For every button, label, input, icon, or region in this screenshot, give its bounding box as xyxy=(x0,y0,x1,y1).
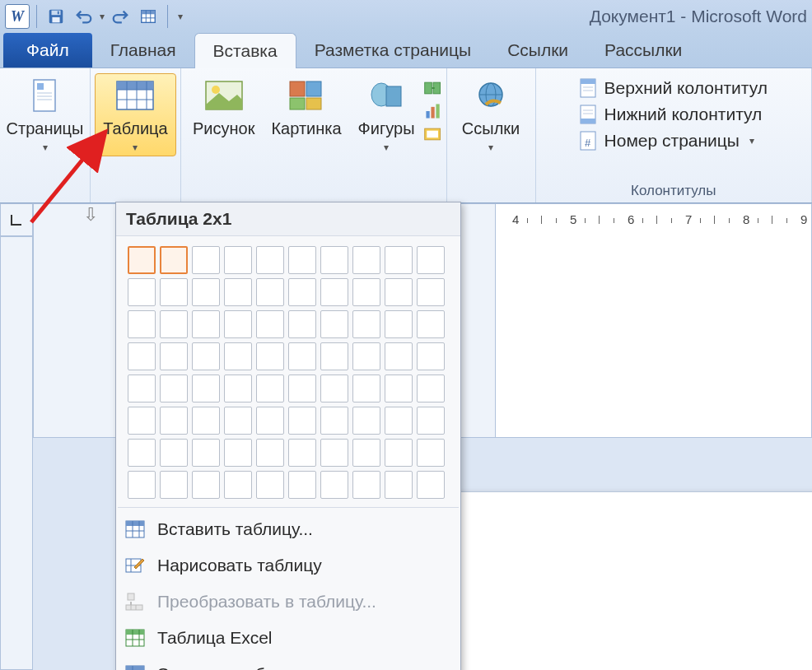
grid-cell[interactable] xyxy=(192,342,220,370)
redo-button[interactable] xyxy=(108,4,133,29)
page-number-button[interactable]: # Номер страницы ▾ xyxy=(578,131,768,151)
grid-cell[interactable] xyxy=(288,375,316,402)
grid-cell[interactable] xyxy=(192,471,220,499)
grid-cell[interactable] xyxy=(224,246,252,274)
grid-cell[interactable] xyxy=(417,375,445,402)
grid-cell[interactable] xyxy=(160,471,188,499)
grid-cell[interactable] xyxy=(288,278,316,306)
grid-cell[interactable] xyxy=(417,407,445,435)
grid-cell[interactable] xyxy=(320,407,348,435)
grid-cell[interactable] xyxy=(128,407,156,435)
undo-dropdown[interactable]: ▾ xyxy=(100,11,105,22)
insert-table-item[interactable]: Вставить таблицу... xyxy=(116,511,460,547)
grid-cell[interactable] xyxy=(192,375,220,402)
grid-cell[interactable] xyxy=(256,407,284,435)
grid-cell[interactable] xyxy=(288,310,316,338)
grid-cell[interactable] xyxy=(128,310,156,338)
grid-cell[interactable] xyxy=(224,375,252,402)
grid-cell[interactable] xyxy=(385,471,413,499)
qat-customize[interactable]: ▾ xyxy=(178,11,183,22)
grid-cell[interactable] xyxy=(192,310,220,338)
grid-cell[interactable] xyxy=(417,310,445,338)
grid-cell[interactable] xyxy=(352,278,380,306)
grid-cell[interactable] xyxy=(160,246,188,274)
grid-cell[interactable] xyxy=(385,342,413,370)
grid-cell[interactable] xyxy=(352,471,380,499)
grid-cell[interactable] xyxy=(385,375,413,402)
grid-cell[interactable] xyxy=(417,439,445,467)
grid-cell[interactable] xyxy=(320,471,348,499)
grid-cell[interactable] xyxy=(320,375,348,402)
grid-cell[interactable] xyxy=(320,439,348,467)
grid-cell[interactable] xyxy=(192,278,220,306)
table-quick-button[interactable] xyxy=(136,4,161,29)
grid-cell[interactable] xyxy=(224,439,252,467)
grid-cell[interactable] xyxy=(128,439,156,467)
grid-cell[interactable] xyxy=(192,246,220,274)
grid-cell[interactable] xyxy=(256,439,284,467)
links-button[interactable]: Ссылки ▾ xyxy=(454,73,528,156)
grid-cell[interactable] xyxy=(320,278,348,306)
grid-cell[interactable] xyxy=(160,278,188,306)
grid-cell[interactable] xyxy=(385,246,413,274)
grid-cell[interactable] xyxy=(352,439,380,467)
shapes-button[interactable]: Фигуры ▾ xyxy=(350,73,423,156)
tab-file[interactable]: Файл xyxy=(3,33,92,67)
header-button[interactable]: Верхний колонтитул xyxy=(578,78,768,98)
grid-cell[interactable] xyxy=(288,439,316,467)
grid-cell[interactable] xyxy=(352,310,380,338)
grid-cell[interactable] xyxy=(160,310,188,338)
grid-cell[interactable] xyxy=(128,278,156,306)
grid-cell[interactable] xyxy=(385,310,413,338)
grid-cell[interactable] xyxy=(320,246,348,274)
grid-cell[interactable] xyxy=(352,375,380,402)
grid-cell[interactable] xyxy=(417,246,445,274)
grid-cell[interactable] xyxy=(224,407,252,435)
grid-cell[interactable] xyxy=(128,471,156,499)
grid-cell[interactable] xyxy=(128,375,156,402)
tab-mailings[interactable]: Рассылки xyxy=(586,33,700,67)
screenshot-button[interactable] xyxy=(423,124,443,144)
grid-cell[interactable] xyxy=(256,375,284,402)
grid-cell[interactable] xyxy=(288,471,316,499)
grid-cell[interactable] xyxy=(224,342,252,370)
grid-cell[interactable] xyxy=(224,471,252,499)
grid-cell[interactable] xyxy=(160,375,188,402)
quick-tables-item[interactable]: Экспресс-таблицы ▶ xyxy=(116,656,460,670)
table-button[interactable]: Таблица ▾ xyxy=(95,73,175,156)
undo-button[interactable] xyxy=(72,4,96,29)
grid-cell[interactable] xyxy=(385,407,413,435)
tab-insert[interactable]: Вставка xyxy=(194,33,296,68)
tab-home[interactable]: Главная xyxy=(92,33,194,67)
grid-cell[interactable] xyxy=(160,407,188,435)
grid-cell[interactable] xyxy=(385,439,413,467)
grid-cell[interactable] xyxy=(288,407,316,435)
grid-cell[interactable] xyxy=(256,278,284,306)
grid-cell[interactable] xyxy=(160,439,188,467)
grid-cell[interactable] xyxy=(352,246,380,274)
save-button[interactable] xyxy=(44,4,68,29)
grid-cell[interactable] xyxy=(417,278,445,306)
grid-cell[interactable] xyxy=(224,310,252,338)
grid-cell[interactable] xyxy=(160,342,188,370)
grid-cell[interactable] xyxy=(192,407,220,435)
chart-button[interactable] xyxy=(423,101,443,121)
vertical-ruler[interactable] xyxy=(0,236,33,670)
excel-table-item[interactable]: Таблица Excel xyxy=(116,620,460,656)
grid-cell[interactable] xyxy=(417,471,445,499)
grid-cell[interactable] xyxy=(385,278,413,306)
app-icon[interactable]: W xyxy=(5,4,30,29)
grid-cell[interactable] xyxy=(320,342,348,370)
grid-cell[interactable] xyxy=(224,278,252,306)
grid-cell[interactable] xyxy=(320,310,348,338)
grid-cell[interactable] xyxy=(128,342,156,370)
grid-cell[interactable] xyxy=(128,246,156,274)
tab-layout[interactable]: Разметка страницы xyxy=(296,33,490,67)
footer-button[interactable]: Нижний колонтитул xyxy=(578,105,768,124)
smartart-button[interactable] xyxy=(423,78,443,98)
grid-cell[interactable] xyxy=(192,439,220,467)
table-grid-picker[interactable] xyxy=(116,236,460,504)
grid-cell[interactable] xyxy=(288,342,316,370)
grid-cell[interactable] xyxy=(256,310,284,338)
clipart-button[interactable]: Картинка xyxy=(263,73,349,156)
